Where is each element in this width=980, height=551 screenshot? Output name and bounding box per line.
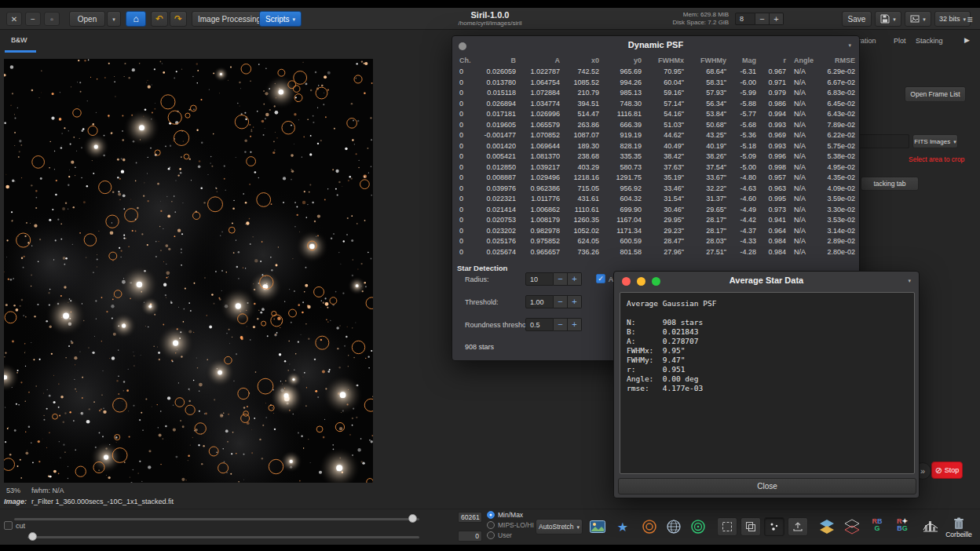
adjust-checkbox[interactable]: ✓ (596, 274, 605, 283)
open-button[interactable]: Open (69, 11, 105, 27)
psf-column-header[interactable]: x0 (564, 55, 603, 67)
save-as-button[interactable]: ▾ (875, 11, 901, 27)
stop-button[interactable]: ⊘Stop (931, 462, 963, 479)
hi-slider-handle[interactable] (408, 514, 417, 523)
lo-value-box[interactable]: 0 (458, 531, 482, 542)
psf-table-row[interactable]: 00.0014201.069644189.30828.1940.49"40.19… (455, 141, 858, 152)
threads-value[interactable]: 8 (735, 13, 755, 25)
lo-slider-handle[interactable] (28, 532, 37, 541)
hi-value-box[interactable]: 60261 (458, 512, 482, 523)
radio-user[interactable]: User (487, 531, 512, 539)
psf-table-row[interactable]: 00.0137801.0647541085.52994.2660.04"58.3… (455, 78, 858, 89)
photometry-rings-icon[interactable] (639, 517, 660, 536)
tab-bw[interactable]: B&W (11, 36, 27, 44)
window-minimize-button[interactable]: − (25, 12, 41, 26)
autostretch-dropdown[interactable]: AutoStretch▾ (536, 519, 583, 535)
roundness-decrement-button[interactable]: − (554, 318, 568, 331)
home-button[interactable]: ⌂ (126, 11, 146, 27)
redo-button[interactable]: ↷ (170, 11, 187, 27)
starfield-canvas[interactable] (4, 59, 373, 483)
psf-table-row[interactable]: 00.0128501.039217403.29580.7337.63"37.54… (455, 162, 858, 173)
threshold-value[interactable]: 1.00 (525, 295, 554, 308)
psf-column-header[interactable]: B (476, 55, 520, 67)
threads-increment-button[interactable]: + (770, 13, 784, 25)
hi-slider[interactable] (14, 518, 419, 520)
save-button[interactable]: Save (842, 11, 872, 27)
radio-mipslohi[interactable]: MIPS-LO/HI (487, 521, 534, 529)
selection-tool-button[interactable] (717, 517, 737, 536)
psf-table-row[interactable]: 00.0196051.065579263.86666.3951.03"50.68… (455, 120, 858, 131)
psf-table-cell: 33.67" (688, 173, 730, 184)
psf-column-header[interactable]: FWHMx (645, 55, 688, 67)
frames-tool-button[interactable] (740, 517, 761, 536)
export-tool-button[interactable] (788, 517, 808, 536)
psf-table-row[interactable]: 00.0232020.9829781052.021171.3429.23"28.… (455, 226, 858, 237)
radio-minmax[interactable]: Min/Max (487, 511, 523, 519)
roundness-value[interactable]: 0.5 (525, 318, 554, 331)
psf-table-row[interactable]: 00.0054211.081370238.68335.3538.42"38.26… (455, 151, 858, 162)
undo-button[interactable]: ↶ (151, 11, 168, 27)
scripts-button[interactable]: Scripts▾ (259, 11, 302, 27)
psf-column-header[interactable]: r (760, 55, 790, 67)
psf-column-header[interactable]: RMSE (823, 55, 858, 67)
psf-table-row[interactable]: 00.0207531.0081791260.351167.0429.95"28.… (455, 215, 858, 226)
psf-column-header[interactable]: FWHMy (688, 55, 730, 67)
threads-decrement-button[interactable]: − (755, 13, 770, 25)
star-detection-tool-button[interactable] (764, 517, 784, 536)
radius-decrement-button[interactable]: − (554, 272, 568, 286)
psf-table-row[interactable]: 00.0214141.0068621110.61699.9030.46"29.6… (455, 205, 858, 216)
stacking-tab-button[interactable]: tacking tab (861, 177, 919, 191)
globe-icon[interactable] (664, 517, 684, 536)
psf-table-row[interactable]: 0-0.0014771.0708521087.07919.1944.62"43.… (455, 130, 858, 141)
psf-table-row[interactable]: 00.0223211.011776431.61604.3231.54"31.37… (455, 194, 858, 205)
tab-scroll-right-icon[interactable]: ▶ (964, 36, 970, 44)
psf-table-row[interactable]: 00.0088871.0294961218.161291.7535.19"33.… (455, 173, 858, 184)
threshold-decrement-button[interactable]: − (554, 295, 568, 308)
psf-table-row[interactable]: 00.0251760.975852624.05600.5928.47"28.03… (455, 236, 858, 247)
radius-increment-button[interactable]: + (568, 272, 582, 286)
target-icon[interactable] (688, 517, 708, 536)
psf-column-header[interactable]: Ch. (455, 55, 476, 67)
tab-stacking[interactable]: Stacking (916, 37, 943, 45)
psf-column-header[interactable]: Mag (730, 55, 760, 67)
star-icon[interactable]: ★ (612, 517, 633, 536)
open-dropdown-button[interactable]: ▾ (107, 11, 121, 27)
lo-slider[interactable] (27, 536, 419, 538)
psf-collapse-icon[interactable]: ▾ (848, 42, 851, 48)
psf-table-row[interactable]: 00.0171811.026996514.471116.8154.16"53.8… (455, 109, 858, 120)
psf-table-row[interactable]: 00.0260591.022787742.52965.6970.95"68.64… (455, 67, 858, 78)
window-close-button[interactable]: ✕ (6, 12, 22, 26)
image-display-icon[interactable] (587, 517, 608, 536)
psf-column-header[interactable]: Angle (790, 55, 823, 67)
radius-value[interactable]: 10 (525, 272, 554, 286)
psf-table-row[interactable]: 00.0151181.072884210.79985.1359.16"57.93… (455, 88, 858, 99)
threshold-spinner[interactable]: 1.00 − + (525, 295, 582, 308)
radius-spinner[interactable]: 10 − + (525, 272, 582, 286)
cut-checkbox[interactable] (4, 521, 13, 530)
tab-plot[interactable]: Plot (894, 37, 906, 45)
window-maximize-button[interactable]: ▫ (44, 12, 60, 26)
psf-column-header[interactable]: A (520, 55, 564, 67)
histogram-icon[interactable] (920, 516, 941, 535)
psf-table-row[interactable]: 00.0256740.965657736.26801.5827.96"27.51… (455, 247, 858, 258)
roundness-increment-button[interactable]: + (568, 318, 582, 331)
rgb-compose-icon[interactable]: RBG (867, 516, 887, 535)
open-frame-list-button[interactable]: Open Frame List (905, 86, 966, 102)
avg-collapse-icon[interactable]: ▾ (908, 278, 911, 283)
psf-column-header[interactable]: y0 (603, 55, 645, 67)
hamburger-menu-button[interactable]: ≡ (964, 14, 975, 25)
snapshot-button[interactable]: ▾ (905, 11, 931, 27)
psf-table-row[interactable]: 00.0268941.034774394.51748.3057.14"56.34… (455, 99, 858, 110)
layers-outline-icon[interactable] (842, 517, 862, 536)
psf-table-row[interactable]: 00.0399760.962386715.05956.9233.46"32.22… (455, 184, 858, 195)
psf-star-table[interactable]: Ch.BAx0y0FWHMxFWHMyMagrAngleRMSE 00.0260… (455, 55, 858, 257)
threads-spinbox[interactable]: 8 − + (735, 13, 784, 25)
tab-registration[interactable]: ration (858, 37, 876, 45)
avg-close-button[interactable]: Close (618, 478, 916, 494)
layers-color-icon[interactable] (817, 517, 837, 536)
roundness-spinner[interactable]: 0.5 − + (525, 318, 582, 331)
threshold-increment-button[interactable]: + (568, 295, 582, 308)
fits-images-dropdown[interactable]: FITS Images▾ (912, 134, 958, 148)
minus-icon: − (558, 275, 562, 283)
rgb-align-icon[interactable]: R✦BG (892, 516, 912, 535)
